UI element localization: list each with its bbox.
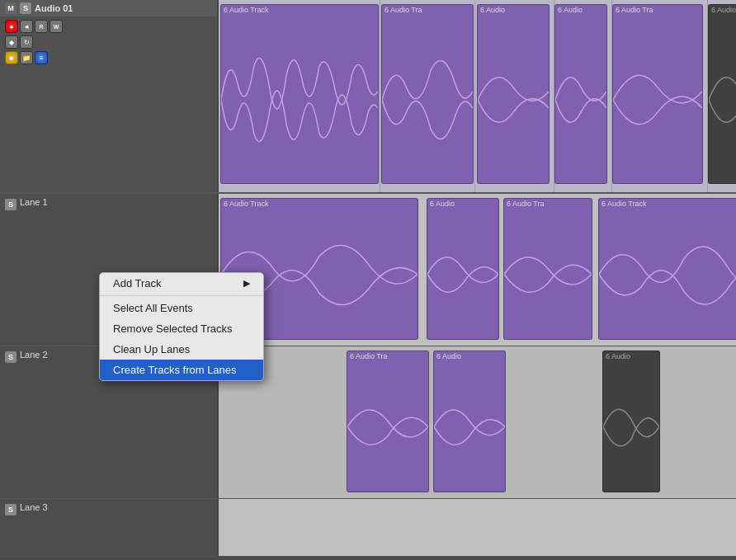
menu-item-label: Select All Events xyxy=(113,302,193,314)
back-btn[interactable]: ◄ xyxy=(20,20,33,33)
lane3-label: Lane 3 xyxy=(20,502,48,512)
loop-btn[interactable]: ↻ xyxy=(20,35,33,49)
main-track-header: M S Audio 01 ● ◄ R W ◆ ↻ ■ 📁 xyxy=(0,0,219,192)
menu-item-create-tracks[interactable]: Create Tracks from Lanes xyxy=(100,360,263,380)
menu-item-add-track[interactable]: Add Track ▶ xyxy=(100,273,263,294)
yellow-btn[interactable]: ■ xyxy=(5,51,18,64)
menu-separator xyxy=(100,295,263,296)
s-badge-main[interactable]: S xyxy=(20,2,31,14)
clip-label: 6 Audio Tra xyxy=(347,351,428,361)
r-btn[interactable]: R xyxy=(35,20,48,33)
grid-line xyxy=(474,0,475,192)
lane2-clip-dark[interactable]: 6 Audio xyxy=(602,351,660,492)
folder-btn[interactable]: 📁 xyxy=(20,51,33,64)
lane2-content: 6 Audio Tra 6 Audio 6 Audio xyxy=(219,346,736,498)
main-track-content: 6 Audio Track 6 Audio Tra 6 Audio xyxy=(219,0,736,192)
main-clip-1[interactable]: 6 Audio Track xyxy=(220,4,379,184)
lane2-s-badge[interactable]: S xyxy=(5,351,17,363)
waveform-svg xyxy=(434,363,505,492)
menu-item-clean-up[interactable]: Clean Up Lanes xyxy=(100,339,263,360)
record-btn[interactable]: ● xyxy=(5,20,18,33)
ctrl-row-2: ◆ ↻ xyxy=(5,35,212,49)
clip-label: 6 Audio Track xyxy=(221,199,418,209)
ctrl-row-1: ● ◄ R W xyxy=(5,20,212,33)
waveform-svg xyxy=(709,16,736,183)
lane2-label: Lane 2 xyxy=(20,350,48,360)
waveform-svg xyxy=(603,363,659,492)
clip-label: 6 Audio Track xyxy=(599,199,736,209)
lane1-content: 6 Audio Track 6 Audio 6 Audio Tra xyxy=(219,194,736,346)
grid-line xyxy=(380,0,380,192)
lane2-clip-2[interactable]: 6 Audio xyxy=(433,351,506,492)
menu-item-label: Add Track xyxy=(113,277,162,289)
waveform-svg xyxy=(613,16,702,183)
main-clip-dark[interactable]: 6 Audio xyxy=(708,4,736,184)
main-clip-5[interactable]: 6 Audio Tra xyxy=(612,4,703,184)
waveform-svg xyxy=(427,210,498,339)
main-clip-2[interactable]: 6 Audio Tra xyxy=(381,4,474,184)
lane2-clip-1[interactable]: 6 Audio Tra xyxy=(347,351,429,492)
waveform-svg xyxy=(478,16,549,183)
main-track-row: M S Audio 01 ● ◄ R W ◆ ↻ ■ 📁 xyxy=(0,0,736,194)
clip-label: 6 Audio xyxy=(555,5,606,15)
waveform-svg xyxy=(555,16,606,183)
menu-item-label: Create Tracks from Lanes xyxy=(113,364,237,376)
lane1-s-badge[interactable]: S xyxy=(5,199,17,210)
clip-label: 6 Audio Tra xyxy=(382,5,473,15)
menu-item-label: Remove Selected Tracks xyxy=(113,322,233,335)
clip-label: 6 Audio xyxy=(434,351,505,361)
lane1-clip-2[interactable]: 6 Audio xyxy=(427,198,499,340)
ctrl-row-3: ■ 📁 ≡ xyxy=(5,51,212,64)
menu-item-label: Clean Up Lanes xyxy=(113,343,190,355)
clip-label: 6 Audio Track xyxy=(221,5,378,15)
submenu-arrow: ▶ xyxy=(243,278,250,289)
waveform-svg xyxy=(599,210,736,339)
blue-btn[interactable]: ≡ xyxy=(35,51,48,64)
waveform-svg xyxy=(221,16,378,183)
lane3-content xyxy=(219,499,736,556)
main-clip-3[interactable]: 6 Audio xyxy=(477,4,550,184)
lane3-s-badge[interactable]: S xyxy=(5,504,17,515)
lane1-clip-4[interactable]: 6 Audio Track xyxy=(598,198,736,340)
lane3-row: S Lane 3 xyxy=(0,499,736,557)
clip-label: 6 Audio xyxy=(478,5,549,15)
waveform-svg xyxy=(382,16,473,183)
e-btn[interactable]: ◆ xyxy=(5,35,18,49)
w-btn[interactable]: W xyxy=(50,20,63,33)
lane3-header: S Lane 3 xyxy=(0,499,219,556)
lane1-clip-3[interactable]: 6 Audio Tra xyxy=(503,198,592,340)
track-title: Audio 01 xyxy=(35,3,73,13)
track-controls: ● ◄ R W ◆ ↻ ■ 📁 ≡ xyxy=(0,16,217,70)
m-badge[interactable]: M xyxy=(5,2,17,14)
main-clip-4[interactable]: 6 Audio xyxy=(554,4,607,184)
waveform-svg xyxy=(504,210,592,339)
clip-label: 6 Audio Tra xyxy=(504,199,592,209)
lane1-label: Lane 1 xyxy=(20,197,48,207)
clip-label: 6 Audio xyxy=(427,199,498,209)
waveform-svg xyxy=(347,363,428,492)
context-menu: Add Track ▶ Select All Events Remove Sel… xyxy=(99,272,264,381)
clip-label: 6 Audio xyxy=(603,351,659,361)
menu-item-remove-tracks[interactable]: Remove Selected Tracks xyxy=(100,318,263,339)
track-name-bar: M S Audio 01 xyxy=(0,0,217,16)
clip-label: 6 Audio Tra xyxy=(613,5,702,15)
clip-label: 6 Audio xyxy=(709,5,736,15)
menu-item-select-all[interactable]: Select All Events xyxy=(100,298,263,318)
